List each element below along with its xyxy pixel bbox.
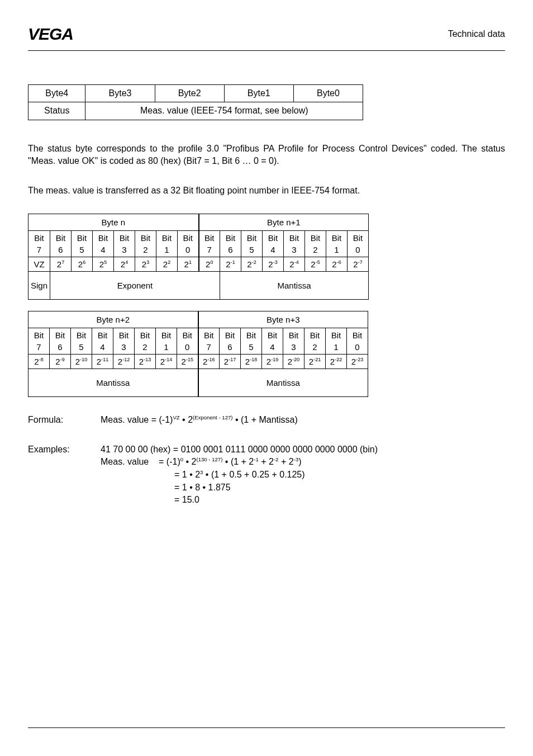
bit-weight: 21: [178, 257, 199, 271]
header-title: Technical data: [448, 28, 505, 40]
byte-header: Byte n+1: [199, 214, 369, 230]
bit-weight: 2-4: [284, 257, 305, 271]
bit-label: Bit1: [326, 230, 348, 257]
bit-weight: 2-23: [347, 354, 368, 368]
mantissa-label: Mantissa: [198, 368, 368, 396]
paragraph-status: The status byte corresponds to the profi…: [28, 143, 505, 168]
bit-weight: 2-22: [326, 354, 347, 368]
bit-label: Bit6: [220, 230, 241, 257]
bit-weight: 2-19: [262, 354, 283, 368]
bit-label: Bit3: [114, 230, 135, 257]
bit-label: Bit1: [156, 230, 178, 257]
bit-label: Bit3: [113, 328, 135, 354]
byte-header: Byte n+2: [28, 311, 198, 328]
bit-label: Bit5: [241, 230, 263, 257]
sign-label: Sign: [28, 271, 50, 299]
page-header: VEGA Technical data: [28, 22, 505, 51]
example-line: = 1 • 8 • 1.875: [101, 481, 505, 494]
formula-label: Formula:: [28, 414, 101, 427]
table-cell: Meas. value (IEEE-754 format, see below): [85, 102, 363, 120]
bit-weight: VZ: [28, 257, 50, 271]
bit-label: Bit6: [50, 328, 71, 354]
paragraph-meas: The meas. value is transferred as a 32 B…: [28, 185, 505, 197]
table-cell: Byte2: [155, 85, 224, 102]
bit-weight: 2-12: [113, 354, 135, 368]
bit-weight: 2-1: [220, 257, 241, 271]
bit-label: Bit4: [93, 230, 114, 257]
bit-label: Bit2: [304, 328, 326, 354]
bit-weight: 2-7: [348, 257, 369, 271]
bit-label: Bit4: [92, 328, 113, 354]
bit-label: Bit3: [283, 328, 304, 354]
bit-label: Bit4: [262, 328, 283, 354]
bit-label: Bit5: [241, 328, 262, 354]
bit-weight: 2-9: [50, 354, 71, 368]
ieee754-table-1: Byte n Byte n+1 Bit7 Bit6 Bit5 Bit4 Bit3…: [28, 214, 369, 300]
bit-label: Bit7: [28, 230, 50, 257]
bit-weight: 2-11: [92, 354, 113, 368]
bit-weight: 23: [135, 257, 156, 271]
bit-weight: 2-5: [305, 257, 326, 271]
bit-weight: 24: [114, 257, 135, 271]
bit-label: Bit5: [72, 230, 93, 257]
bit-label: Bit6: [50, 230, 72, 257]
bit-label: Bit5: [71, 328, 92, 354]
mantissa-label: Mantissa: [28, 368, 198, 396]
bit-weight: 25: [93, 257, 114, 271]
bit-weight: 22: [156, 257, 178, 271]
bit-weight: 27: [50, 257, 72, 271]
bit-label: Bit7: [198, 328, 220, 354]
bit-label: Bit0: [348, 230, 369, 257]
examples-label: Examples:: [28, 443, 101, 507]
bit-label: Bit6: [220, 328, 241, 354]
bit-label: Bit1: [156, 328, 177, 354]
bit-label: Bit0: [177, 328, 198, 354]
bit-weight: 2-8: [28, 354, 50, 368]
bit-label: Bit2: [305, 230, 326, 257]
bit-weight: 2-10: [71, 354, 92, 368]
bit-weight: 2-18: [241, 354, 262, 368]
exponent-label: Exponent: [50, 271, 220, 299]
bit-weight: 2-14: [156, 354, 177, 368]
footer-divider: [28, 727, 505, 728]
bit-weight: 2-6: [326, 257, 348, 271]
example-line: = 15.0: [101, 494, 505, 506]
byte-header: Byte n: [28, 214, 199, 230]
bit-weight: 2-17: [220, 354, 241, 368]
bit-weight: 20: [199, 257, 220, 271]
mantissa-label: Mantissa: [220, 271, 369, 299]
byte-overview-table: Byte4 Byte3 Byte2 Byte1 Byte0 Status Mea…: [28, 84, 363, 120]
table-cell: Byte3: [85, 85, 155, 102]
bit-label: Bit2: [135, 328, 156, 354]
table-cell: Byte0: [293, 85, 363, 102]
formula-row: Formula: Meas. value = (-1)VZ • 2(Expone…: [28, 414, 505, 427]
bit-weight: 2-3: [263, 257, 284, 271]
bit-weight: 2-16: [198, 354, 220, 368]
bit-label: Bit3: [284, 230, 305, 257]
bit-label: Bit7: [28, 328, 50, 354]
example-line: 41 70 00 00 (hex) = 0100 0001 0111 0000 …: [101, 443, 505, 456]
bit-label: Bit2: [135, 230, 156, 257]
table-cell: Byte4: [28, 85, 85, 102]
table-cell: Byte1: [224, 85, 293, 102]
bit-weight: 26: [72, 257, 93, 271]
formula-text: Meas. value = (-1)VZ • 2(Exponent - 127)…: [101, 414, 298, 427]
examples-row: Examples: 41 70 00 00 (hex) = 0100 0001 …: [28, 443, 505, 507]
bit-weight: 2-15: [177, 354, 198, 368]
bit-weight: 2-2: [241, 257, 263, 271]
byte-header: Byte n+3: [198, 311, 368, 328]
ieee754-table-2: Byte n+2 Byte n+3 Bit7 Bit6 Bit5 Bit4 Bi…: [28, 311, 368, 397]
bit-label: Bit0: [347, 328, 368, 354]
table-cell: Status: [28, 102, 85, 120]
vega-logo: VEGA: [28, 22, 73, 46]
example-line: = 1 • 23 • (1 + 0.5 + 0.25 + 0.125): [101, 469, 505, 481]
example-line: Meas. value = (-1)0 • 2(130 - 127) • (1 …: [101, 456, 505, 469]
bit-label: Bit7: [199, 230, 220, 257]
examples-body: 41 70 00 00 (hex) = 0100 0001 0111 0000 …: [101, 443, 505, 507]
bit-label: Bit4: [263, 230, 284, 257]
bit-label: Bit1: [326, 328, 347, 354]
bit-weight: 2-21: [304, 354, 326, 368]
bit-weight: 2-13: [135, 354, 156, 368]
bit-label: Bit0: [178, 230, 199, 257]
bit-weight: 2-20: [283, 354, 304, 368]
